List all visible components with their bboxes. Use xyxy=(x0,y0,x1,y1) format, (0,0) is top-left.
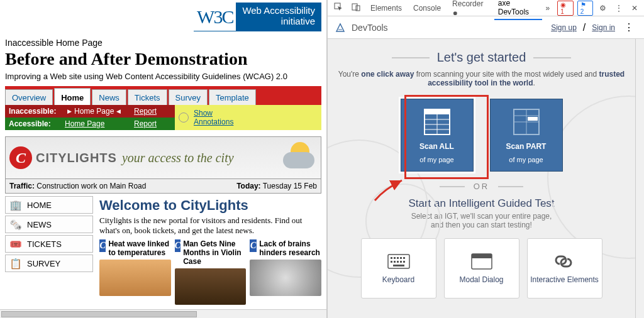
svg-rect-18 xyxy=(400,257,402,259)
news-card[interactable]: CMan Gets Nine Months in Violin Case xyxy=(175,239,247,305)
citylights-banner: C CITYLIGHTS your access to the city xyxy=(5,136,321,179)
page-description: Improving a Web site using Web Content A… xyxy=(5,72,321,81)
svg-rect-1 xyxy=(352,4,357,10)
svg-rect-23 xyxy=(400,261,402,263)
accessible-report-link[interactable]: Report xyxy=(134,119,157,128)
ticker-bar: Traffic: Construction work on Main Road … xyxy=(5,179,321,194)
vertical-scrollbar[interactable] xyxy=(635,39,644,318)
news-card[interactable]: CLack of brains hinders research xyxy=(250,239,321,305)
modal-dialog-icon xyxy=(470,253,493,270)
error-badge[interactable]: ◉ 1 xyxy=(557,1,573,16)
newspaper-icon: 🗞️ xyxy=(9,219,27,231)
svg-rect-20 xyxy=(391,261,392,263)
welcome-heading: Welcome to CityLights xyxy=(99,197,321,214)
svg-rect-17 xyxy=(397,257,399,259)
gear-icon[interactable]: ⚙ xyxy=(597,3,609,14)
tab-overview[interactable]: Overview xyxy=(5,89,53,105)
card-image xyxy=(99,260,171,296)
ticket-icon: 🎟️ xyxy=(9,238,27,250)
record-dot-icon: ⏺ xyxy=(452,10,458,16)
card-image xyxy=(175,268,247,305)
side-item-survey[interactable]: 📋SURVEY xyxy=(5,255,93,272)
kebab-icon[interactable]: ⋮ xyxy=(613,3,625,14)
svg-rect-22 xyxy=(397,261,399,263)
signin-link[interactable]: Sign in xyxy=(592,23,615,32)
weather-icon xyxy=(277,141,314,176)
svg-rect-25 xyxy=(393,265,404,266)
side-item-news[interactable]: 🗞️NEWS xyxy=(5,216,93,233)
svg-rect-19 xyxy=(403,257,405,259)
inspect-icon[interactable] xyxy=(331,1,345,14)
clipboard-icon: 📋 xyxy=(9,258,27,270)
tab-template[interactable]: Template xyxy=(209,89,256,105)
svg-rect-21 xyxy=(394,261,396,263)
keyboard-icon xyxy=(387,253,410,270)
wai-box: Web Accessibility initiative xyxy=(236,3,321,31)
scan-part-button[interactable]: Scan PART of my page xyxy=(490,99,563,172)
demo-tab-bar: Overview Home News Tickets Survey Templa… xyxy=(5,86,321,105)
svg-rect-27 xyxy=(472,254,492,258)
svg-rect-16 xyxy=(394,257,396,259)
intro-paragraph: Citylights is the new portal for visitor… xyxy=(99,216,321,236)
tab-home[interactable]: Home xyxy=(54,88,91,105)
more-menu-icon[interactable]: ⋮ xyxy=(621,21,636,33)
inaccessible-report-link[interactable]: Report xyxy=(134,107,157,116)
devtools-tab-strip: Elements Console Recorder ⏺ axe DevTools… xyxy=(328,0,644,16)
devtools-tab-elements[interactable]: Elements xyxy=(367,1,406,15)
arrow-annotation-icon xyxy=(372,177,409,202)
w3c-mark: W3C xyxy=(194,3,236,31)
side-nav: 🏢HOME 🗞️NEWS 🎟️TICKETS 📋SURVEY xyxy=(5,196,93,305)
citylights-brand: CITYLIGHTS xyxy=(36,151,117,165)
igt-tile-modal[interactable]: Modal Dialog xyxy=(444,238,519,299)
more-tabs-icon[interactable]: » xyxy=(546,4,550,13)
svg-rect-13 xyxy=(528,117,538,121)
igt-tile-keyboard[interactable]: Keyboard xyxy=(361,238,436,299)
side-item-home[interactable]: 🏢HOME xyxy=(5,196,93,214)
annotations-toggle[interactable]: Show Annotations xyxy=(175,105,321,130)
igt-tile-interactive[interactable]: Interactive Elements xyxy=(527,238,602,299)
side-item-tickets[interactable]: 🎟️TICKETS xyxy=(5,235,93,253)
horizontal-scrollbar[interactable] xyxy=(0,309,326,318)
page-subtitle: Inaccessible Home Page xyxy=(5,38,321,48)
card-badge-icon: C xyxy=(99,239,106,252)
svg-rect-15 xyxy=(391,257,392,259)
triangle-left-icon: ◀ xyxy=(116,108,121,114)
axe-brand: DevTools xyxy=(352,23,388,33)
annotation-icon xyxy=(179,112,189,123)
highlight-box xyxy=(404,95,489,179)
news-card[interactable]: CHeat wave linked to temperatures xyxy=(99,239,171,305)
axe-logo-icon xyxy=(335,23,345,33)
card-badge-icon: C xyxy=(250,239,257,252)
card-badge-icon: C xyxy=(175,239,180,252)
link-icon xyxy=(553,253,576,270)
triangle-right-icon: ▶ xyxy=(67,108,72,114)
w3c-wai-logo: W3C Web Accessibility initiative xyxy=(194,3,321,31)
accessible-label: Accessible: xyxy=(5,119,65,128)
info-badge[interactable]: ⚑ 2 xyxy=(577,1,593,16)
citylights-tagline: your access to the city xyxy=(122,151,234,165)
card-image xyxy=(250,260,321,296)
page-part-icon xyxy=(511,107,541,137)
devtools-tab-console[interactable]: Console xyxy=(409,1,445,15)
inaccessible-home-page: ▶ Home Page ◀ xyxy=(65,107,134,116)
close-icon[interactable]: ✕ xyxy=(629,3,640,14)
svg-rect-24 xyxy=(403,261,405,263)
signup-link[interactable]: Sign up xyxy=(551,23,577,32)
axe-header: DevTools Sign up / Sign in ⋮ xyxy=(328,16,644,39)
tab-survey[interactable]: Survey xyxy=(169,89,208,105)
building-icon: 🏢 xyxy=(9,199,27,211)
tab-news[interactable]: News xyxy=(92,89,126,105)
accessible-home-page-link[interactable]: Home Page xyxy=(65,119,104,128)
tab-tickets[interactable]: Tickets xyxy=(128,89,167,105)
page-title: Before and After Demonstration xyxy=(5,49,321,69)
inaccessible-label: Inaccessible: xyxy=(5,107,65,116)
device-toggle-icon[interactable] xyxy=(349,1,363,14)
citylights-logo-icon: C xyxy=(9,146,32,169)
